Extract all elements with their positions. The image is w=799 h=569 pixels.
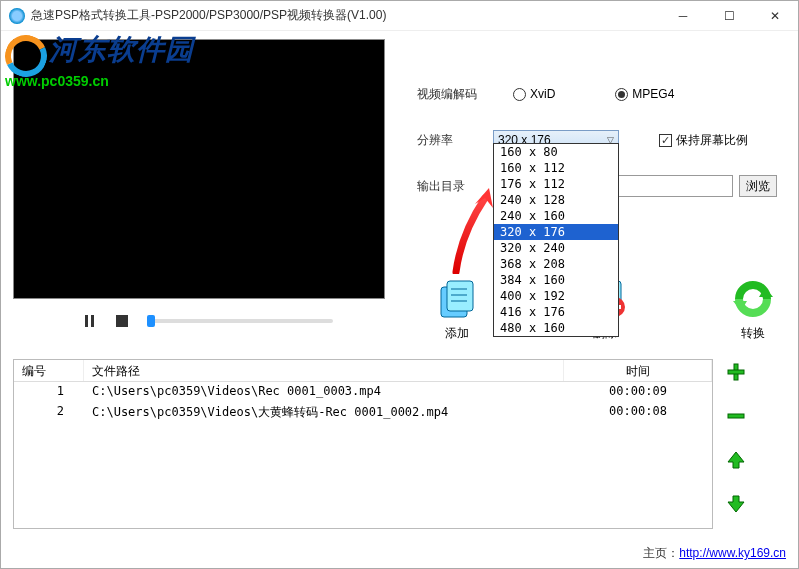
minimize-button[interactable]: ─ [660, 1, 706, 31]
resolution-label: 分辨率 [417, 132, 493, 149]
keep-ratio-checkbox[interactable]: ✓保持屏幕比例 [659, 132, 748, 149]
resolution-dropdown[interactable]: 160 x 80160 x 112176 x 112240 x 128240 x… [493, 143, 619, 337]
seek-slider[interactable] [147, 319, 333, 323]
svg-rect-14 [728, 414, 744, 418]
window-title: 急速PSP格式转换工具-PSP2000/PSP3000/PSP视频转换器(V1.… [31, 7, 660, 24]
table-row[interactable]: 2C:\Users\pc0359\Videos\大黄蜂转码-Rec 0001_0… [14, 402, 712, 422]
resolution-option[interactable]: 480 x 160 [494, 320, 618, 336]
codec-mpeg4-radio[interactable]: MPEG4 [615, 87, 674, 101]
add-files-icon [433, 277, 481, 321]
codec-xvid-radio[interactable]: XviD [513, 87, 555, 101]
col-number: 编号 [14, 360, 84, 381]
list-remove-button[interactable] [725, 405, 747, 427]
list-up-button[interactable] [725, 449, 747, 471]
close-button[interactable]: ✕ [752, 1, 798, 31]
svg-rect-13 [728, 370, 744, 374]
maximize-button[interactable]: ☐ [706, 1, 752, 31]
file-table[interactable]: 编号 文件路径 时间 1C:\Users\pc0359\Videos\Rec 0… [13, 359, 713, 529]
resolution-option[interactable]: 240 x 160 [494, 208, 618, 224]
homepage-link[interactable]: http://www.ky169.cn [679, 546, 786, 560]
convert-button[interactable]: 转换 [729, 277, 777, 342]
svg-rect-2 [116, 315, 128, 327]
footer: 主页：http://www.ky169.cn [643, 545, 786, 562]
list-down-button[interactable] [725, 493, 747, 515]
list-add-button[interactable] [725, 361, 747, 383]
resolution-option[interactable]: 320 x 176 [494, 224, 618, 240]
titlebar: 急速PSP格式转换工具-PSP2000/PSP3000/PSP视频转换器(V1.… [1, 1, 798, 31]
pause-button[interactable] [83, 314, 97, 328]
col-path: 文件路径 [84, 360, 564, 381]
stop-button[interactable] [115, 314, 129, 328]
browse-button[interactable]: 浏览 [739, 175, 777, 197]
app-icon [9, 8, 25, 24]
add-button[interactable]: 添加 [433, 277, 481, 342]
resolution-option[interactable]: 176 x 112 [494, 176, 618, 192]
table-row[interactable]: 1C:\Users\pc0359\Videos\Rec 0001_0003.mp… [14, 382, 712, 402]
svg-rect-1 [91, 315, 94, 327]
resolution-option[interactable]: 416 x 176 [494, 304, 618, 320]
svg-rect-0 [85, 315, 88, 327]
video-preview [13, 39, 385, 299]
output-label: 输出目录 [417, 178, 493, 195]
col-time: 时间 [564, 360, 712, 381]
resolution-option[interactable]: 384 x 160 [494, 272, 618, 288]
svg-rect-4 [447, 281, 473, 311]
codec-label: 视频编解码 [417, 86, 493, 103]
resolution-option[interactable]: 400 x 192 [494, 288, 618, 304]
resolution-option[interactable]: 160 x 80 [494, 144, 618, 160]
resolution-option[interactable]: 368 x 208 [494, 256, 618, 272]
resolution-option[interactable]: 320 x 240 [494, 240, 618, 256]
resolution-option[interactable]: 160 x 112 [494, 160, 618, 176]
resolution-option[interactable]: 240 x 128 [494, 192, 618, 208]
convert-icon [729, 277, 777, 321]
